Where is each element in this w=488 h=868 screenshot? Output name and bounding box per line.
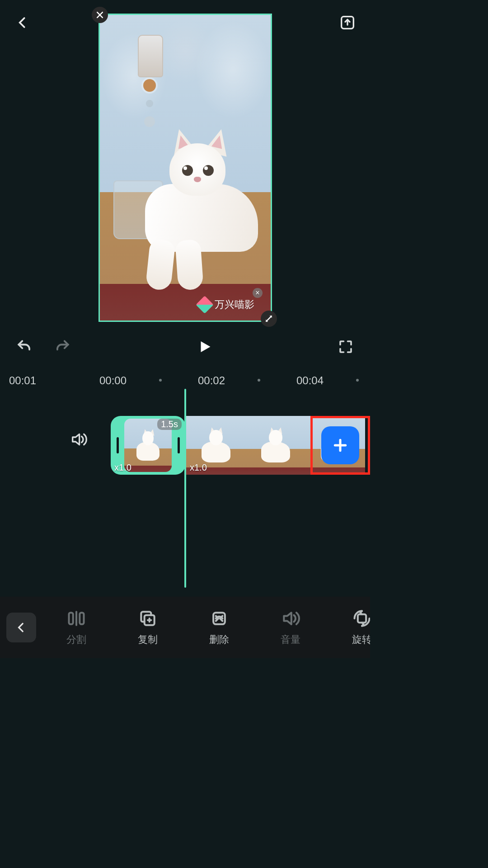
tool-volume[interactable]: 音量 (255, 609, 326, 646)
export-button[interactable] (337, 12, 358, 33)
close-icon (95, 10, 104, 19)
ruler-tick (258, 379, 260, 382)
playhead[interactable] (184, 389, 186, 588)
tool-label: 分割 (66, 633, 86, 646)
clip-selected[interactable]: 1.5s x1.0 (111, 416, 185, 475)
preview-resize-handle[interactable] (261, 311, 277, 327)
tool-label: 复制 (138, 633, 158, 646)
watermark-text: 万兴喵影 (215, 298, 254, 311)
toolbar-back-button[interactable] (6, 613, 36, 642)
back-button[interactable] (12, 12, 33, 33)
split-icon (66, 609, 86, 628)
add-clip-button[interactable] (321, 426, 359, 464)
watermark-logo-icon (196, 296, 214, 314)
export-icon (338, 14, 357, 32)
undo-button[interactable] (14, 337, 34, 357)
chevron-left-icon (15, 622, 27, 633)
copy-icon (138, 609, 158, 628)
ruler-mark: 00:04 (296, 374, 324, 387)
ruler-mark: 00:02 (198, 374, 225, 387)
undo-icon (16, 338, 33, 355)
video-track[interactable]: 1.5s x1.0 x1.0 (111, 416, 370, 475)
close-icon: × (255, 289, 259, 297)
volume-icon (281, 609, 300, 628)
tool-copy[interactable]: 复制 (112, 609, 183, 646)
ruler-tick (159, 379, 162, 382)
svg-rect-5 (358, 614, 366, 623)
play-icon (196, 339, 212, 355)
speaker-icon (70, 430, 88, 448)
chevron-left-icon (16, 16, 29, 29)
redo-button[interactable] (52, 337, 72, 357)
preview-scene (100, 15, 271, 321)
tool-label: 音量 (281, 633, 300, 646)
edit-toolbar: 分割复制删除音量旋转 (0, 597, 370, 658)
tool-label: 删除 (209, 633, 229, 646)
delete-icon (209, 609, 229, 628)
fullscreen-button[interactable] (336, 337, 356, 357)
preview-close-button[interactable] (92, 7, 108, 23)
ruler-tick (356, 379, 359, 382)
plus-icon (331, 436, 349, 454)
resize-icon (264, 314, 273, 323)
tool-split[interactable]: 分割 (41, 609, 112, 646)
redo-icon (54, 338, 71, 355)
fullscreen-icon (338, 339, 354, 355)
clip-speed-badge: x1.0 (114, 462, 131, 473)
clip[interactable]: x1.0 (186, 416, 370, 475)
preview-canvas[interactable]: 万兴喵影 × (99, 14, 272, 322)
add-clip-highlight (310, 416, 370, 475)
tool-label: 旋转 (352, 633, 370, 646)
watermark: 万兴喵影 × (198, 298, 254, 311)
ruler-mark: 00:00 (99, 374, 127, 387)
current-time-label: 00:01 (9, 374, 36, 387)
time-ruler[interactable]: 00:01 00:00 00:02 00:04 (0, 372, 370, 390)
svg-rect-1 (69, 613, 73, 624)
mute-track-button[interactable] (68, 429, 89, 450)
tool-delete[interactable]: 删除 (183, 609, 255, 646)
tool-rotate[interactable]: 旋转 (326, 609, 370, 646)
playback-controls (0, 331, 370, 363)
play-button[interactable] (194, 336, 215, 357)
timeline[interactable]: 1.5s x1.0 x1.0 (0, 393, 370, 497)
svg-rect-2 (80, 613, 84, 624)
video-editor-app: 万兴喵影 × 00:01 00:00 (0, 0, 370, 658)
rotate-icon (352, 609, 370, 628)
remove-watermark-button[interactable]: × (253, 288, 263, 298)
clip-speed-badge: x1.0 (190, 462, 207, 473)
clip-duration-badge: 1.5s (157, 419, 182, 430)
